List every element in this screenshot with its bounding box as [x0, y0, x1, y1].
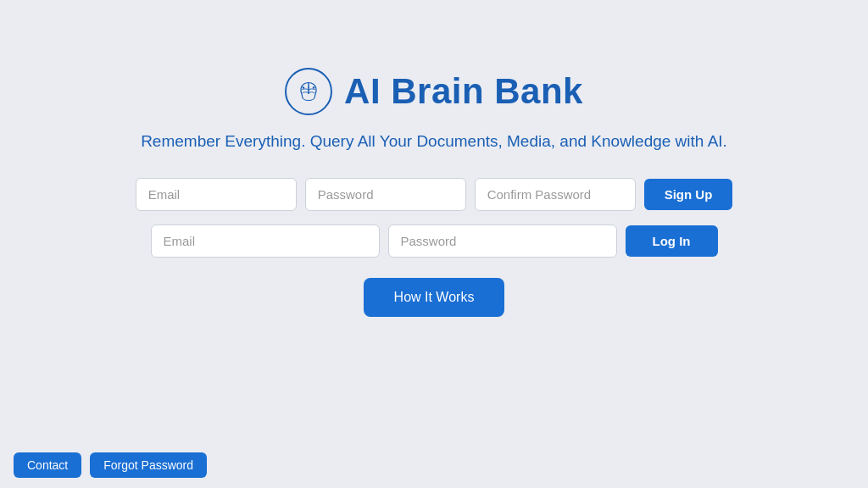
svg-point-0	[303, 86, 304, 88]
login-password-input[interactable]	[388, 225, 617, 258]
signup-button[interactable]: Sign Up	[644, 179, 733, 210]
login-form: Log In	[151, 225, 718, 258]
signup-form: Sign Up	[136, 178, 733, 211]
login-email-input[interactable]	[151, 225, 380, 258]
brain-icon	[285, 68, 332, 115]
app-title: AI Brain Bank	[344, 71, 583, 112]
how-it-works-button[interactable]: How It Works	[364, 278, 505, 317]
contact-button[interactable]: Contact	[14, 452, 81, 478]
tagline: Remember Everything. Query All Your Docu…	[141, 132, 727, 151]
login-button[interactable]: Log In	[626, 225, 718, 257]
logo-row: AI Brain Bank	[285, 68, 583, 115]
signup-confirm-password-input[interactable]	[475, 178, 636, 211]
bottom-bar: Contact Forgot Password	[0, 442, 868, 488]
signup-email-input[interactable]	[136, 178, 297, 211]
signup-password-input[interactable]	[305, 178, 466, 211]
svg-point-1	[313, 86, 314, 88]
forgot-password-button[interactable]: Forgot Password	[90, 452, 207, 478]
